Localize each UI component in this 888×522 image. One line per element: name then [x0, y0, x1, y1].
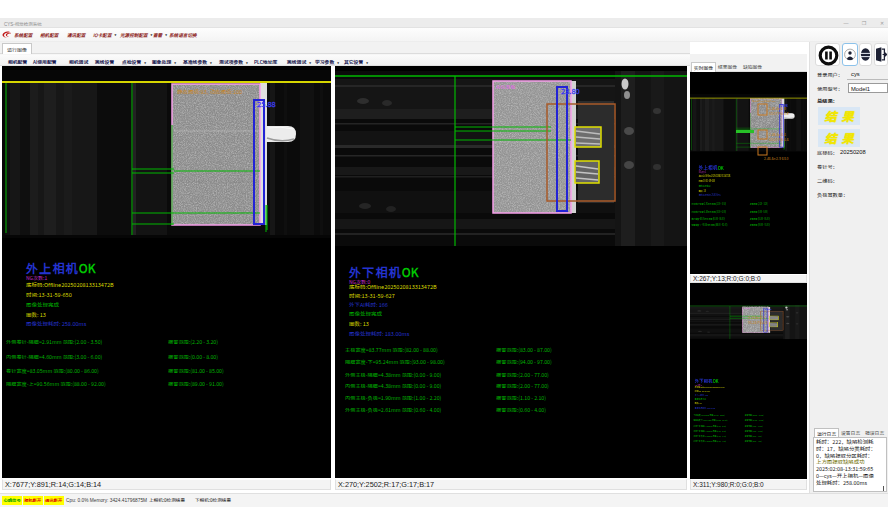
- alarm-range: 报警范围:(0.60 - 4.00): [745, 440, 762, 443]
- time-line: 时间:13-31-59-650: [699, 179, 715, 182]
- log-tab-error[interactable]: 错误日志: [863, 428, 886, 437]
- ok-status: OK: [402, 263, 419, 280]
- heartbeat-status: 心跳信号: [2, 496, 22, 505]
- measurement: 外侧卷针-隔膜=2.91mm 范围:(2.00 - 3.50): [691, 202, 726, 206]
- measurement: 隔膜宽度-下=95.24mm 范围:(93.00 - 98.00): [345, 358, 445, 365]
- tool-image-processing[interactable]: 图像处理▾: [152, 58, 176, 65]
- lock-user-icon: [860, 44, 871, 65]
- dropdown-arrow-icon: ▾: [115, 32, 117, 37]
- alarm-range: 报警范围:(1.10 - 2.10): [745, 434, 762, 437]
- upper-camera-thumbnail[interactable]: 2.46 Ar:2.963.07 Pd:1.8 2.48 Ar:3.163.07…: [690, 72, 807, 274]
- menu-system-config[interactable]: 系统配置: [14, 32, 32, 38]
- pause-button[interactable]: [815, 43, 840, 66]
- model-input[interactable]: Model1: [848, 83, 888, 93]
- close-button[interactable]: ✕: [876, 19, 888, 27]
- tool-offline-settings[interactable]: 离线设置: [95, 58, 114, 65]
- log-tab-run[interactable]: 运行日志: [814, 428, 839, 437]
- mini-tab-live[interactable]: 实时图像: [691, 62, 716, 72]
- ok-status: OK: [79, 259, 96, 276]
- done-line: 图像处理完成: [349, 311, 382, 317]
- right-sidebar: 登录用户： cys 使用型号： Model1 总结果： 结果 结果 底标码： 2…: [809, 42, 888, 507]
- lower-camera-image[interactable]: [335, 71, 687, 246]
- negative-tab-count-label: 负极耳数量：: [817, 191, 848, 198]
- user-icon: [843, 44, 857, 65]
- alarm-range: 报警范围:(2.00 - 77.00): [496, 371, 549, 378]
- tool-baseline-params[interactable]: 基准线参数▾: [183, 58, 212, 65]
- dropdown-arrow-icon: ▾: [165, 32, 167, 37]
- login-user-value[interactable]: cys: [851, 71, 860, 77]
- measurement: 卷针宽度=83.05mm 范围:(80.00 - 86.00): [6, 367, 99, 374]
- measurement: 内侧主极-隔膜=4.38mm 范围:(0.00 - 9.00): [693, 429, 726, 432]
- done-line: 图像处理完成: [699, 184, 711, 187]
- measurement: 隔膜宽度-上=90.56mm 范围:(88.00 - 92.00): [691, 223, 727, 227]
- alarm-range: 报警范围:(83.00 - 87.00): [496, 346, 552, 353]
- alarm-range: 报警范围:(1.10 - 2.10): [496, 394, 546, 401]
- minimize-button[interactable]: —: [840, 19, 852, 27]
- exit-button[interactable]: [874, 43, 888, 66]
- main-menubar: 系统配置 相机配置 通讯配置 IO卡配置▾ 光源控制配置▾ 查看▾ 系统语言切换: [0, 28, 888, 42]
- tool-menubar: 相机配置 AI使用配置 相机调试 离线设置 点检设置▾ 图像处理▾ 基准线参数▾…: [0, 54, 690, 66]
- dropdown-arrow-icon: ▾: [210, 60, 212, 65]
- measurement: 卷针宽度=83.05mm 范围:(80.00 - 86.00): [691, 217, 724, 221]
- tab-run-image[interactable]: 运行图像: [2, 43, 32, 54]
- menu-camera-config[interactable]: 相机配置: [40, 32, 58, 38]
- alarm-range: 报警范围:(0.00 - 8.00): [168, 353, 218, 360]
- measurement: 主极宽度=83.77mm 范围:(82.00 - 88.00): [345, 346, 438, 353]
- menu-language-switch[interactable]: 系统语言切换: [169, 32, 197, 38]
- measurement: 外侧卷针-隔膜=2.91mm 范围:(2.00 - 3.50): [6, 338, 102, 345]
- menu-comm-config[interactable]: 通讯配置: [67, 32, 85, 38]
- status-bar: 心跳信号 相机断开 通讯断开 Cpu: 0.0% Memory: 3424.41…: [0, 493, 888, 507]
- dropdown-arrow-icon: ▾: [337, 60, 339, 65]
- model-label: 使用型号：: [817, 85, 843, 92]
- login-user-button[interactable]: [842, 43, 858, 66]
- lower-camera-panel: 外下相机OK NG次数:0 底标码:Offline202502081331347…: [335, 66, 687, 478]
- dropdown-arrow-icon: ▾: [144, 60, 146, 65]
- elapsed-line: 图像处理耗时: 258.00ms: [699, 194, 721, 197]
- mini-tab-result[interactable]: 结果图像: [716, 62, 739, 72]
- tool-camera-config[interactable]: 相机配置: [8, 58, 27, 65]
- turns-line: 圈数: 13: [699, 189, 706, 192]
- tool-ai-use-config[interactable]: AI使用配置: [33, 58, 57, 65]
- camera-title: 外上相机OK: [26, 261, 95, 274]
- user-switch-button[interactable]: [859, 43, 872, 66]
- measurement: 内侧主极-负极=1.90mm 范围:(1.00 - 2.20): [345, 394, 441, 401]
- exit-door-icon: [875, 44, 887, 65]
- dropdown-arrow-icon: ▾: [174, 60, 176, 65]
- thumbnail-annotations: 2.46 Ar:2.963.07 Pd:1.8 2.48 Ar:3.163.07…: [690, 94, 807, 164]
- comm-status: 通讯断开: [44, 496, 64, 505]
- log-tab-settings[interactable]: 设置日志: [839, 428, 862, 437]
- dropdown-arrow-icon: ▾: [366, 60, 368, 65]
- page-tab-strip: 运行图像: [0, 42, 690, 54]
- tool-other-settings[interactable]: 其它设置▾: [344, 58, 368, 65]
- alarm-range: 报警范围:(0.00 - 8.00): [750, 210, 768, 214]
- measurement: 外侧主极-隔膜=4.38mm 范围:(0.00 - 9.00): [693, 424, 726, 427]
- tool-spot-check[interactable]: 点检设置▾: [122, 58, 146, 65]
- menu-view[interactable]: 查看▾: [153, 32, 167, 38]
- dropdown-arrow-icon: ▾: [309, 60, 311, 65]
- menu-io-card-config[interactable]: IO卡配置▾: [93, 32, 116, 38]
- menu-light-control-config[interactable]: 光源控制配置▾: [120, 32, 152, 38]
- upper-camera-image[interactable]: [2, 70, 331, 238]
- tool-plc-address-table[interactable]: PLC地址库: [254, 58, 277, 65]
- log-output[interactable]: 耗时：222，缺陷检测耗 时：17，缺陷分类耗时： 0，缺陷提取分区耗时： 上方…: [813, 437, 887, 492]
- tool-camera-debug[interactable]: 相机调试: [69, 58, 88, 65]
- measurement: 外侧主极-隔膜=4.38mm 范围:(0.00 - 9.00): [345, 371, 441, 378]
- lower-camera-thumbnail[interactable]: 0.13 Ar:0.395.24 Pd:4.3 外下相机OK NG次数:0 底标…: [690, 283, 807, 479]
- maximize-button[interactable]: ❐: [858, 19, 870, 27]
- svg-text:95.24 Pd:4.3: 95.24 Pd:4.3: [748, 320, 768, 325]
- mini-tab-defect[interactable]: 缺陷图像: [741, 62, 764, 72]
- lower-camera-pixel-readout: X:270;Y:2502;R:17;G:17;B:17: [335, 479, 687, 490]
- svg-text:63.07 Pd:1.6: 63.07 Pd:1.6: [769, 137, 789, 142]
- app-logo-icon: [1, 28, 14, 41]
- measurement: 内侧主极-隔膜=4.38mm 范围:(0.00 - 9.00): [345, 382, 441, 389]
- tool-learning-params[interactable]: 学习参数▾: [315, 58, 339, 65]
- upper-camera-pixel-readout: X:7677;Y:891;R:14;G:14;B:14: [2, 479, 331, 490]
- alarm-range: 报警范围:(0.60 - 4.00): [496, 406, 546, 413]
- tool-offline-debug[interactable]: 离线调试▾: [287, 58, 311, 65]
- tool-test-item-params[interactable]: 测试项参数▾: [219, 58, 248, 65]
- done-line: 图像处理完成: [695, 398, 706, 401]
- pause-icon: [816, 44, 841, 67]
- pin-number-label: 卷针号：: [817, 163, 838, 170]
- window-titlebar: CYS-视觉检测系统 — ❐ ✕: [0, 18, 888, 28]
- time-line: 时间:13-31-59-650: [26, 292, 72, 298]
